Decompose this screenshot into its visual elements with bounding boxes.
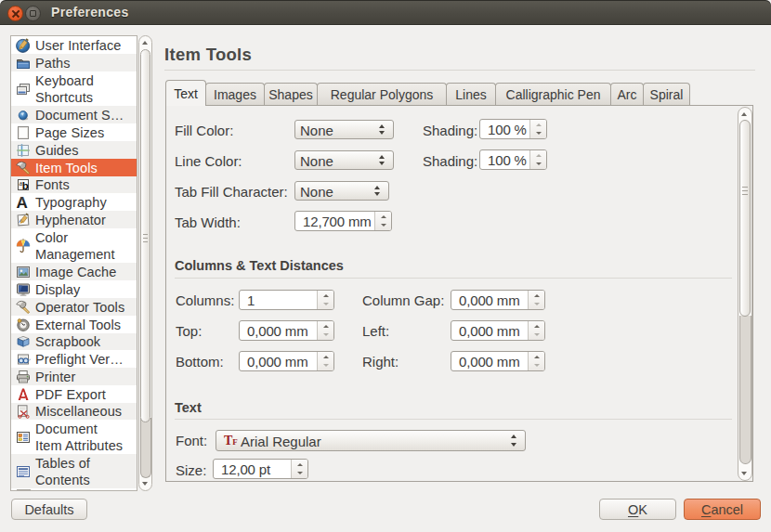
svg-text:b: b [22, 180, 29, 191]
svg-text:A: A [17, 195, 28, 210]
